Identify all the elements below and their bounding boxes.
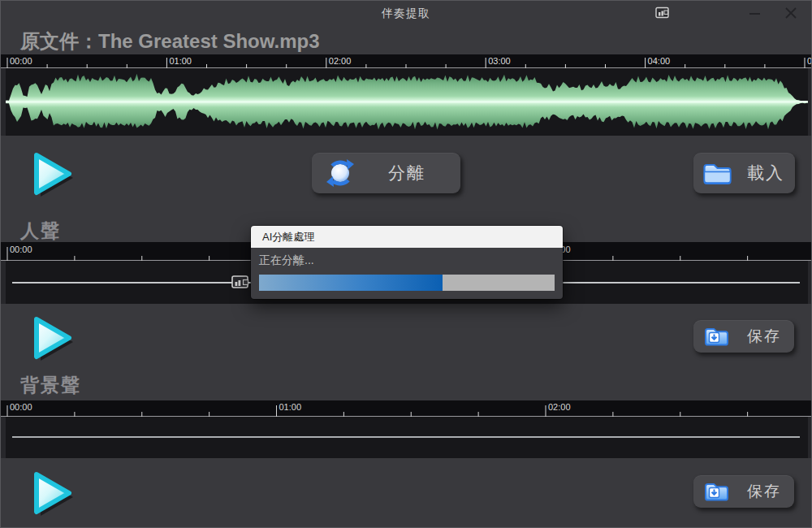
source-timeline-ruler: 00:0001:0002:0003:0004:0005:00 (1, 54, 812, 68)
folder-open-icon (702, 161, 732, 186)
load-button[interactable]: 載入 (693, 153, 795, 193)
background-section-label: 背景聲 (20, 373, 81, 398)
separate-button-label: 分離 (388, 162, 425, 184)
track-edge (808, 68, 812, 136)
track-edge (1, 417, 6, 458)
background-waveform-centerline (12, 436, 800, 438)
svg-text:00:00: 00:00 (10, 56, 32, 66)
track-edge (808, 417, 812, 458)
track-edge (808, 261, 812, 304)
progress-bar-fill (259, 275, 443, 291)
save-vocals-button[interactable]: 保存 (693, 320, 794, 353)
play-source-button[interactable] (27, 147, 79, 201)
svg-text:02:00: 02:00 (548, 402, 571, 412)
background-timeline-ruler: 00:0001:0002:00 (1, 400, 812, 417)
dialog-body: 正在分離... (251, 248, 563, 299)
folder-download-icon (704, 481, 729, 503)
titlebar: 伴奏提取 (1, 1, 811, 25)
svg-text:02:00: 02:00 (329, 56, 352, 66)
progress-bar (259, 275, 555, 291)
window-title: 伴奏提取 (1, 6, 811, 21)
source-waveform (1, 68, 812, 136)
minimize-button[interactable] (748, 6, 762, 20)
separate-button[interactable]: 分離 (312, 153, 460, 193)
svg-text:01:00: 01:00 (169, 56, 192, 66)
svg-text:00:00: 00:00 (10, 402, 32, 412)
load-button-label: 載入 (747, 162, 784, 184)
vocals-section-label: 人聲 (20, 219, 61, 244)
accompaniment-extractor-window: 伴奏提取 原文件：The Greatest Show.mp3 00:0001:0… (0, 0, 812, 528)
background-track[interactable]: 00:0001:0002:00 (1, 400, 812, 458)
play-vocals-button[interactable] (27, 311, 79, 365)
folder-download-icon (704, 326, 729, 348)
busy-cursor-icon (231, 274, 253, 291)
source-file-label: 原文件：The Greatest Show.mp3 (20, 28, 320, 54)
close-icon[interactable] (784, 6, 798, 20)
save-background-button[interactable]: 保存 (693, 475, 794, 508)
dialog-titlebar: AI分離處理 (251, 226, 563, 248)
save-background-label: 保存 (747, 481, 781, 502)
track-edge (1, 261, 6, 304)
svg-text:03:00: 03:00 (488, 56, 511, 66)
save-vocals-label: 保存 (747, 326, 781, 347)
svg-text:04:00: 04:00 (648, 56, 671, 66)
svg-text:05:00: 05:00 (807, 56, 812, 66)
svg-text:00:00: 00:00 (10, 245, 32, 254)
play-background-button[interactable] (27, 466, 79, 520)
app-window-icon (655, 6, 671, 20)
svg-text:01:00: 01:00 (279, 402, 302, 412)
source-waveform-track[interactable]: 00:0001:0002:0003:0004:0005:00 (1, 54, 812, 136)
separate-sync-icon (325, 158, 356, 188)
dialog-status-text: 正在分離... (259, 253, 314, 268)
track-edge (1, 68, 6, 136)
ai-separation-dialog: AI分離處理 正在分離... (251, 226, 563, 299)
